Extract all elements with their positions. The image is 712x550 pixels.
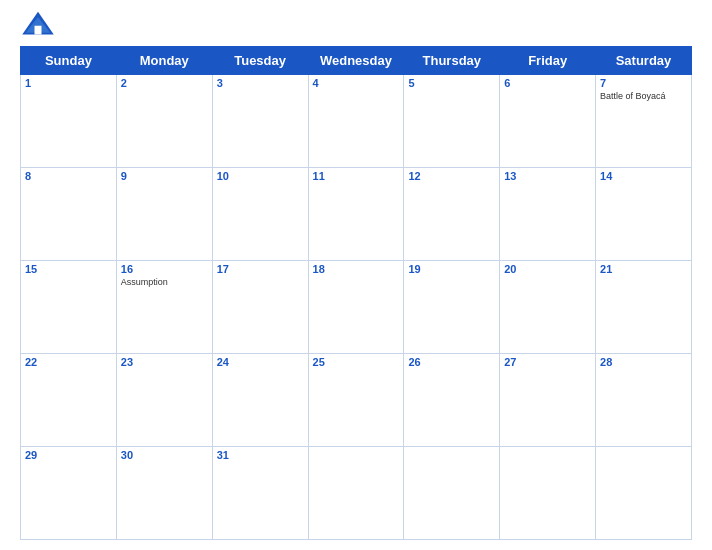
calendar-header <box>20 10 692 38</box>
calendar-day-cell <box>308 447 404 540</box>
day-number: 29 <box>25 449 112 461</box>
day-number: 22 <box>25 356 112 368</box>
calendar-day-cell: 31 <box>212 447 308 540</box>
calendar-day-cell: 17 <box>212 261 308 354</box>
day-number: 12 <box>408 170 495 182</box>
day-number: 24 <box>217 356 304 368</box>
calendar-day-cell: 29 <box>21 447 117 540</box>
day-number: 23 <box>121 356 208 368</box>
calendar-week-row: 22232425262728 <box>21 354 692 447</box>
calendar-day-cell: 18 <box>308 261 404 354</box>
day-number: 7 <box>600 77 687 89</box>
calendar-day-cell: 9 <box>116 168 212 261</box>
calendar-week-row: 1516Assumption1718192021 <box>21 261 692 354</box>
day-number: 1 <box>25 77 112 89</box>
calendar-day-cell: 20 <box>500 261 596 354</box>
calendar-day-cell: 28 <box>596 354 692 447</box>
logo <box>20 10 60 38</box>
calendar-day-cell: 2 <box>116 75 212 168</box>
day-number: 3 <box>217 77 304 89</box>
day-number: 31 <box>217 449 304 461</box>
weekday-header-thursday: Thursday <box>404 47 500 75</box>
calendar-day-cell: 15 <box>21 261 117 354</box>
day-number: 8 <box>25 170 112 182</box>
calendar-day-cell: 5 <box>404 75 500 168</box>
weekday-header-wednesday: Wednesday <box>308 47 404 75</box>
day-number: 30 <box>121 449 208 461</box>
weekday-header-saturday: Saturday <box>596 47 692 75</box>
weekday-header-monday: Monday <box>116 47 212 75</box>
weekday-header-tuesday: Tuesday <box>212 47 308 75</box>
calendar-day-cell: 16Assumption <box>116 261 212 354</box>
weekday-header-sunday: Sunday <box>21 47 117 75</box>
weekday-header-row: SundayMondayTuesdayWednesdayThursdayFrid… <box>21 47 692 75</box>
calendar-day-cell: 25 <box>308 354 404 447</box>
day-number: 16 <box>121 263 208 275</box>
calendar-day-cell: 19 <box>404 261 500 354</box>
calendar-day-cell: 23 <box>116 354 212 447</box>
calendar-day-cell: 4 <box>308 75 404 168</box>
event-label: Battle of Boyacá <box>600 91 687 102</box>
day-number: 4 <box>313 77 400 89</box>
day-number: 18 <box>313 263 400 275</box>
calendar-day-cell: 21 <box>596 261 692 354</box>
event-label: Assumption <box>121 277 208 288</box>
calendar-day-cell: 24 <box>212 354 308 447</box>
day-number: 17 <box>217 263 304 275</box>
calendar-day-cell: 7Battle of Boyacá <box>596 75 692 168</box>
calendar-day-cell <box>500 447 596 540</box>
day-number: 6 <box>504 77 591 89</box>
day-number: 28 <box>600 356 687 368</box>
day-number: 11 <box>313 170 400 182</box>
calendar-day-cell: 27 <box>500 354 596 447</box>
day-number: 13 <box>504 170 591 182</box>
calendar-day-cell: 13 <box>500 168 596 261</box>
day-number: 25 <box>313 356 400 368</box>
calendar-week-row: 891011121314 <box>21 168 692 261</box>
day-number: 5 <box>408 77 495 89</box>
svg-rect-2 <box>35 26 42 35</box>
calendar-day-cell <box>404 447 500 540</box>
calendar-day-cell: 6 <box>500 75 596 168</box>
calendar-day-cell: 12 <box>404 168 500 261</box>
calendar-day-cell: 1 <box>21 75 117 168</box>
calendar-table: SundayMondayTuesdayWednesdayThursdayFrid… <box>20 46 692 540</box>
day-number: 26 <box>408 356 495 368</box>
day-number: 10 <box>217 170 304 182</box>
day-number: 15 <box>25 263 112 275</box>
calendar-week-row: 1234567Battle of Boyacá <box>21 75 692 168</box>
calendar-day-cell: 22 <box>21 354 117 447</box>
day-number: 20 <box>504 263 591 275</box>
calendar-day-cell: 3 <box>212 75 308 168</box>
calendar-day-cell <box>596 447 692 540</box>
calendar-day-cell: 26 <box>404 354 500 447</box>
calendar-day-cell: 10 <box>212 168 308 261</box>
calendar-day-cell: 11 <box>308 168 404 261</box>
day-number: 9 <box>121 170 208 182</box>
calendar-day-cell: 14 <box>596 168 692 261</box>
logo-icon <box>20 10 56 38</box>
calendar-day-cell: 8 <box>21 168 117 261</box>
calendar-week-row: 293031 <box>21 447 692 540</box>
day-number: 21 <box>600 263 687 275</box>
day-number: 27 <box>504 356 591 368</box>
day-number: 14 <box>600 170 687 182</box>
day-number: 2 <box>121 77 208 89</box>
weekday-header-friday: Friday <box>500 47 596 75</box>
day-number: 19 <box>408 263 495 275</box>
calendar-day-cell: 30 <box>116 447 212 540</box>
